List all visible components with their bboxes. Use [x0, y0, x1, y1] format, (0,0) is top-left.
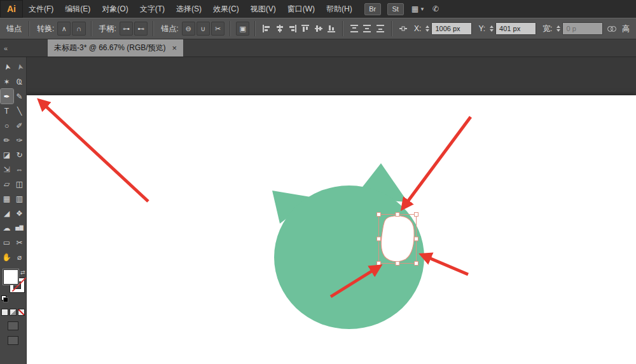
convert-to-corner-button[interactable]: ∧: [57, 22, 71, 36]
distribute-bottom-button[interactable]: [375, 23, 386, 34]
convert-label: 转换:: [37, 24, 54, 34]
symbol-sprayer-tool[interactable]: ☁: [1, 220, 13, 235]
menu-file[interactable]: 文件(F): [23, 0, 59, 18]
bridge-icon[interactable]: Br: [364, 3, 381, 15]
align-bottom-button[interactable]: [326, 23, 337, 34]
hide-handles-button[interactable]: ⊷: [134, 22, 148, 36]
menu-object[interactable]: 对象(O): [96, 0, 134, 18]
align-h-center-button[interactable]: [274, 23, 286, 34]
stepper-icon[interactable]: [490, 25, 494, 32]
menu-bar: Ai 文件(F) 编辑(E) 对象(O) 文字(T) 选择(S) 效果(C) 视…: [0, 0, 636, 18]
swap-colors-icon[interactable]: ⇄: [20, 269, 25, 276]
remove-anchor-button[interactable]: ⊖: [182, 22, 195, 36]
reference-point-button[interactable]: [398, 23, 409, 34]
stock-icon[interactable]: St: [387, 3, 404, 15]
distribute-top-button[interactable]: [349, 23, 360, 34]
column-graph-tool[interactable]: ▅▇: [13, 220, 26, 235]
slice-tool[interactable]: ✂: [13, 235, 26, 250]
distribute-top-icon: [350, 24, 359, 33]
constrain-proportions-icon[interactable]: [607, 24, 617, 33]
share-screen-icon: ✆: [432, 4, 439, 13]
blob-brush-tool[interactable]: ✑: [13, 133, 26, 147]
separator: [254, 21, 256, 36]
menu-help[interactable]: 帮助(H): [321, 0, 358, 18]
artboard[interactable]: [27, 95, 636, 364]
free-transform-tool[interactable]: ▱: [1, 177, 13, 191]
blend-tool[interactable]: ❖: [13, 206, 26, 220]
separator: [342, 21, 343, 36]
default-colors-icon[interactable]: [1, 295, 8, 301]
show-handles-button[interactable]: ⊶: [120, 22, 133, 36]
ellipse-tool[interactable]: ○: [1, 118, 13, 133]
share-screen-button[interactable]: ✆: [432, 4, 439, 13]
screen-mode-button[interactable]: [8, 336, 18, 345]
drawing-mode-button[interactable]: [8, 321, 18, 330]
distribute-center-button[interactable]: [361, 23, 373, 34]
fill-color-swatch[interactable]: [3, 269, 18, 285]
width-label: 宽:: [543, 24, 552, 34]
y-input[interactable]: 401 px: [495, 22, 536, 35]
stepper-icon[interactable]: [425, 25, 429, 32]
mesh-tool[interactable]: ▦: [1, 191, 13, 206]
align-right-button[interactable]: [287, 23, 298, 34]
magic-wand-tool[interactable]: ✶: [1, 74, 13, 89]
canvas[interactable]: [27, 57, 636, 364]
connect-endpoints-button[interactable]: ∪: [197, 22, 210, 36]
gradient-button[interactable]: [10, 309, 17, 316]
menu-effect[interactable]: 效果(C): [207, 0, 245, 18]
pen-tool[interactable]: ✒: [1, 89, 13, 104]
arrange-documents-button[interactable]: ▦ ▼: [411, 4, 425, 13]
paintbrush-tool[interactable]: ✐: [13, 118, 26, 133]
eyedropper-tool[interactable]: ◢: [1, 206, 13, 220]
document-tab-title: 未标题-3* @ 66.67% (RGB/预览): [54, 43, 166, 53]
gradient-tool[interactable]: ▥: [13, 191, 26, 206]
arrange-documents-icon: ▦: [411, 4, 418, 13]
menu-edit[interactable]: 编辑(E): [59, 0, 96, 18]
eraser-tool[interactable]: ◪: [1, 147, 13, 162]
lasso-tool[interactable]: Ҩ: [13, 74, 26, 89]
align-h-center-icon: [275, 24, 284, 33]
separator: [153, 21, 154, 36]
width-field: 宽: 0 p: [540, 22, 603, 35]
hand-tool[interactable]: ✋: [1, 250, 13, 264]
scale-tool[interactable]: ⇲: [1, 162, 13, 177]
separator: [91, 21, 92, 36]
menu-window[interactable]: 窗口(W): [282, 0, 321, 18]
align-v-middle-icon: [314, 24, 323, 33]
width-input[interactable]: 0 p: [562, 22, 603, 35]
none-button[interactable]: [18, 309, 25, 316]
align-v-middle-button[interactable]: [312, 23, 324, 34]
pencil-tool[interactable]: ✏: [1, 133, 13, 147]
width-tool[interactable]: ⇔: [13, 162, 26, 177]
x-input[interactable]: 1006 px: [431, 22, 472, 35]
line-segment-tool[interactable]: ╲: [13, 104, 26, 118]
zoom-tool[interactable]: ⌀: [13, 250, 26, 264]
document-tab[interactable]: 未标题-3* @ 66.67% (RGB/预览) ×: [48, 39, 183, 57]
rotate-tool[interactable]: ↻: [13, 147, 26, 162]
separator: [391, 21, 392, 36]
color-button[interactable]: [1, 309, 8, 316]
app-logo: Ai: [0, 0, 23, 18]
align-right-icon: [288, 24, 297, 33]
x-label: X:: [414, 24, 421, 33]
align-left-button[interactable]: [261, 23, 272, 34]
close-icon[interactable]: ×: [172, 43, 177, 53]
menu-view[interactable]: 视图(V): [245, 0, 282, 18]
artboard-tool[interactable]: ▭: [1, 235, 13, 250]
menu-select[interactable]: 选择(S): [170, 0, 207, 18]
stepper-icon[interactable]: [556, 25, 560, 32]
align-top-button[interactable]: [300, 23, 311, 34]
control-bar: 锚点 转换: ∧ ∩ 手柄: ⊶ ⊷ 锚点: ⊖ ∪ ✂ ▣ X: 1006 p…: [0, 18, 636, 39]
paint-mode-buttons: [1, 309, 25, 316]
menu-type[interactable]: 文字(T): [134, 0, 170, 18]
curvature-tool[interactable]: ✎: [13, 89, 26, 104]
cut-path-button[interactable]: ✂: [211, 22, 225, 36]
align-top-icon: [301, 24, 310, 33]
type-tool[interactable]: T: [1, 104, 13, 118]
convert-to-smooth-button[interactable]: ∩: [72, 22, 85, 36]
direct-selection-tool[interactable]: ➤: [11, 59, 28, 75]
toolbar-collapse-button[interactable]: «: [0, 39, 27, 57]
isolate-selection-button[interactable]: ▣: [236, 22, 249, 36]
shape-builder-tool[interactable]: ◫: [13, 177, 26, 191]
tool-grid: ➤ ➤ ✶ Ҩ ✒ ✎ T ╲ ○ ✐ ✏ ✑ ◪ ↻ ⇲ ⇔ ▱ ◫ ▦ ▥ …: [1, 60, 26, 264]
